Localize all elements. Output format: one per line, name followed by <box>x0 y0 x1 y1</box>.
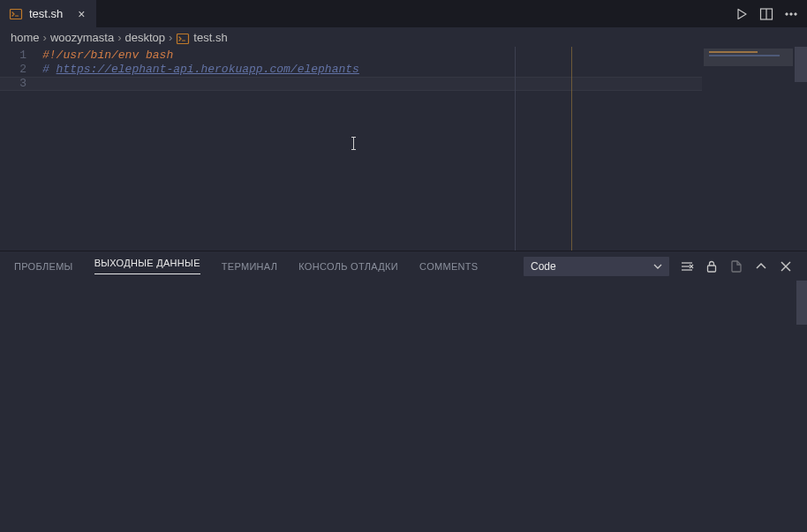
lock-icon[interactable] <box>705 259 719 273</box>
bottom-panel: ПРОБЛЕМЫ ВЫХОДНЫЕ ДАННЫЕ ТЕРМИНАЛ КОНСОЛ… <box>0 251 807 532</box>
code-area[interactable]: #!/usr/bin/env bash # https://elephant-a… <box>42 47 807 251</box>
svg-point-3 <box>786 12 788 14</box>
shell-file-icon <box>176 32 190 46</box>
code-url[interactable]: https://elephant-api.herokuapp.com/eleph… <box>57 63 359 76</box>
shell-file-icon <box>9 7 23 21</box>
svg-rect-12 <box>708 266 716 272</box>
panel-tab-problems[interactable]: ПРОБЛЕМЫ <box>14 261 73 272</box>
split-editor-icon[interactable] <box>759 7 773 21</box>
svg-point-5 <box>795 12 796 14</box>
line-number: 2 <box>0 63 26 77</box>
editor[interactable]: 1 2 3 #!/usr/bin/env bash # https://elep… <box>0 47 807 251</box>
chevron-right-icon: › <box>43 31 47 44</box>
chevron-up-icon[interactable] <box>754 259 768 273</box>
output-channel-select[interactable]: Code <box>524 257 669 276</box>
breadcrumb-segment[interactable]: woozymasta <box>50 31 114 44</box>
panel-tab-bar: ПРОБЛЕМЫ ВЫХОДНЫЕ ДАННЫЕ ТЕРМИНАЛ КОНСОЛ… <box>0 251 807 281</box>
panel-tab-debug-console[interactable]: КОНСОЛЬ ОТЛАДКИ <box>298 261 398 272</box>
chevron-right-icon: › <box>169 31 172 44</box>
editor-title-actions <box>735 0 807 27</box>
code-shebang: #!/usr/bin/env bash <box>42 49 173 62</box>
breadcrumb-segment[interactable]: desktop <box>124 31 165 44</box>
panel-tab-comments[interactable]: COMMENTS <box>419 261 479 272</box>
panel-actions: Code <box>524 257 793 276</box>
tab-label: test.sh <box>29 7 63 20</box>
breadcrumb-segment[interactable]: test.sh <box>193 31 227 44</box>
close-panel-icon[interactable] <box>779 259 793 273</box>
chevron-right-icon: › <box>117 31 121 44</box>
editor-ruler <box>515 47 516 251</box>
svg-rect-6 <box>177 34 189 44</box>
panel-scrollbar-thumb[interactable] <box>796 281 807 325</box>
svg-point-4 <box>790 12 792 14</box>
tab-bar: test.sh × <box>0 0 807 27</box>
editor-tab[interactable]: test.sh × <box>0 0 97 27</box>
scrollbar-thumb[interactable] <box>795 47 807 82</box>
editor-scrollbar[interactable] <box>795 47 807 251</box>
close-icon[interactable]: × <box>76 7 87 21</box>
text-cursor-icon <box>353 137 354 150</box>
chevron-down-icon <box>653 262 662 271</box>
output-channel-value: Code <box>531 260 556 273</box>
clear-output-icon[interactable] <box>680 259 694 273</box>
minimap[interactable] <box>702 47 795 251</box>
svg-rect-0 <box>11 9 22 19</box>
panel-tab-terminal[interactable]: ТЕРМИНАЛ <box>222 261 277 272</box>
code-comment: # <box>42 63 57 76</box>
breadcrumb-segment[interactable]: home <box>11 31 40 44</box>
breadcrumb[interactable]: home › woozymasta › desktop › test.sh <box>0 27 807 47</box>
run-icon[interactable] <box>735 7 749 21</box>
line-number: 1 <box>0 49 26 63</box>
panel-tab-output[interactable]: ВЫХОДНЫЕ ДАННЫЕ <box>94 258 200 274</box>
output-body[interactable] <box>0 281 807 532</box>
editor-ruler <box>571 47 572 251</box>
more-icon[interactable] <box>784 7 798 21</box>
open-file-icon[interactable] <box>729 259 743 273</box>
